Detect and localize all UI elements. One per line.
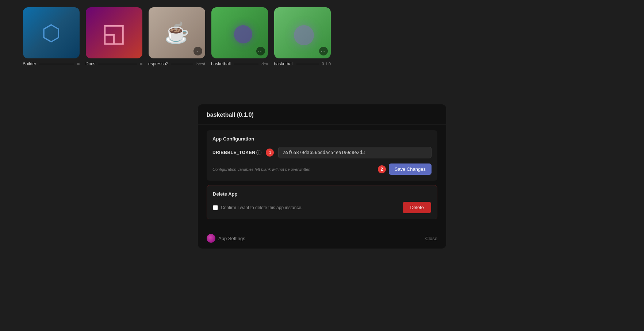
step2-area: 2 Save Changes [378,163,432,175]
dribbble-token-input[interactable] [278,147,432,158]
modal-footer: App Settings Close [198,230,446,249]
modal-body: App Configuration DRIBBBLE_TOKENi 1 Conf… [198,124,446,230]
delete-button[interactable]: Delete [403,202,431,213]
modal-dialog: basketball (0.1.0) App Configuration DRI… [198,104,446,249]
delete-confirm-text: Confirm I want to delete this app instan… [221,205,302,210]
close-button[interactable]: Close [425,236,437,241]
config-section-title: App Configuration [212,136,432,142]
delete-confirm-checkbox[interactable] [213,205,218,210]
footer-left: App Settings [207,234,245,243]
config-label-text: DRIBBBLE_TOKEN [212,150,255,155]
config-field-row: DRIBBBLE_TOKENi 1 [212,147,432,158]
step2-badge: 2 [378,165,386,173]
delete-section: Delete App Confirm I want to delete this… [207,185,437,219]
delete-section-title: Delete App [213,191,431,197]
footer-avatar [207,234,215,243]
modal-title: basketball (0.1.0) [207,112,254,118]
modal-overlay: basketball (0.1.0) App Configuration DRI… [0,0,644,331]
modal-header: basketball (0.1.0) [198,104,446,124]
footer-app-settings-label: App Settings [218,236,245,241]
config-field-label: DRIBBBLE_TOKENi [212,150,261,155]
delete-row: Confirm I want to delete this app instan… [213,202,431,213]
save-changes-button[interactable]: Save Changes [389,163,432,175]
step1-badge: 1 [266,149,274,157]
config-section: App Configuration DRIBBBLE_TOKENi 1 Conf… [207,130,437,181]
delete-confirm-label[interactable]: Confirm I want to delete this app instan… [213,205,302,210]
config-note-row: Configuration variables left blank will … [212,163,432,175]
info-icon[interactable]: i [256,150,261,155]
config-note-text: Configuration variables left blank will … [212,167,311,172]
